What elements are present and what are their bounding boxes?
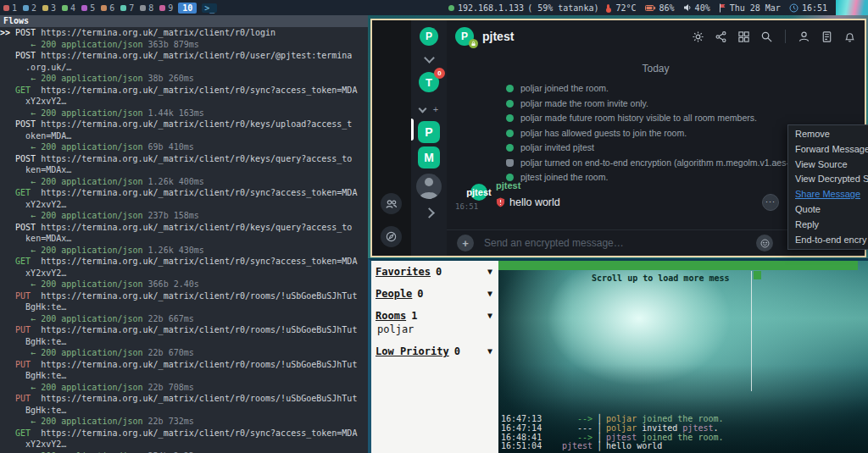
flow-method: POST: [15, 27, 41, 39]
network-ip: 192.168.1.133: [458, 3, 524, 13]
rail-avatar-t[interactable]: T 0: [419, 72, 439, 92]
user-menu-avatar[interactable]: P: [420, 27, 438, 46]
flow-row[interactable]: POSThttps://termina.org.uk/_matrix/clien…: [0, 153, 368, 188]
flow-url: https://termina.org.uk/_matrix/client/r0…: [41, 325, 357, 334]
flow-size-time: 22b 708ms: [148, 383, 194, 392]
emoji-button[interactable]: [756, 235, 773, 251]
notifications-bell-icon[interactable]: [843, 30, 856, 43]
collapse-triangle-icon[interactable]: [487, 267, 492, 276]
context-menu-item[interactable]: Reply: [788, 218, 868, 233]
workspace-button[interactable]: 6: [101, 3, 114, 13]
roomlist-section-low-priority[interactable]: Low Priority0: [376, 345, 494, 357]
untrusted-shield-icon: [496, 197, 505, 207]
workspace-button[interactable]: 5: [81, 3, 95, 13]
event-avatar-icon: [506, 144, 514, 152]
flow-row[interactable]: GEThttps://termina.org.uk/_matrix/client…: [0, 256, 368, 290]
flow-method: POST: [15, 153, 41, 165]
roomlist-section-favorites[interactable]: Favorites0: [376, 266, 494, 278]
roomlist-section-rooms[interactable]: Rooms1 poljar: [376, 310, 494, 335]
context-menu-item[interactable]: Remove: [788, 127, 868, 142]
collapse-triangle-icon[interactable]: [487, 311, 492, 320]
workspace-button[interactable]: 8: [140, 3, 153, 13]
context-menu-item[interactable]: Forward Message: [788, 142, 868, 157]
collapse-triangle-icon[interactable]: [487, 346, 492, 356]
message-input[interactable]: [482, 236, 715, 250]
settings-gear-icon[interactable]: [692, 30, 704, 43]
rail-avatar-p-selected[interactable]: P: [418, 121, 440, 143]
context-menu-item[interactable]: Share Message: [788, 187, 868, 202]
flow-row[interactable]: POSThttps://termina.org.uk/_matrix/clien…: [0, 119, 368, 153]
flow-row[interactable]: GEThttps://termina.org.uk/_matrix/client…: [0, 85, 368, 119]
chevron-down-icon[interactable]: [418, 104, 426, 113]
scrollback-notice: Scroll up to load more mess: [592, 273, 730, 283]
workspace-active[interactable]: 10: [178, 3, 197, 14]
explore-button[interactable]: [381, 226, 402, 247]
message-sender[interactable]: pjtest: [496, 180, 520, 191]
workspace-button[interactable]: 2: [23, 3, 36, 13]
flow-method: POST: [15, 119, 41, 130]
flow-response: ← 200 application/json: [31, 383, 142, 392]
flow-row[interactable]: POSThttps://termina.org.uk/_matrix/clien…: [0, 222, 368, 257]
context-menu-item[interactable]: End-to-end encry: [788, 233, 868, 248]
column-separator: [597, 424, 602, 434]
user-photo-avatar[interactable]: [416, 174, 442, 199]
workspace-button[interactable]: 3: [42, 3, 56, 13]
workspace-button[interactable]: 9: [159, 3, 173, 13]
search-icon[interactable]: [760, 30, 773, 43]
flow-row[interactable]: POSThttps://termina.org.uk/_matrix/clien…: [0, 50, 368, 85]
flow-row[interactable]: PUThttps://termina.org.uk/_matrix/client…: [0, 290, 368, 325]
message-text: hello world: [509, 196, 560, 208]
upload-icon[interactable]: [457, 235, 474, 251]
flow-row[interactable]: >>POSThttps://termina.org.uk/_matrix/cli…: [0, 27, 368, 50]
flow-size-time: 237b 158ms: [148, 211, 199, 220]
sender-avatar[interactable]: pjtest: [470, 184, 487, 201]
flow-url: https://termina.org.uk/_matrix/client/r0…: [41, 51, 352, 60]
context-menu-item[interactable]: Quote: [788, 202, 868, 218]
message-timestamp: 16:51: [455, 202, 478, 211]
timeline-event: poljar has allowed guests to join the ro…: [506, 126, 818, 141]
share-icon[interactable]: [715, 30, 727, 43]
apps-grid-icon[interactable]: [737, 30, 750, 43]
event-avatar-icon: [506, 159, 514, 167]
flow-row[interactable]: PUThttps://termina.org.uk/_matrix/client…: [0, 393, 368, 428]
flow-response: ← 200 application/json: [31, 142, 142, 152]
message-options-button[interactable]: [762, 194, 779, 211]
collapse-triangle-icon[interactable]: [487, 289, 492, 298]
network-detail: ( 59% tatanka): [527, 3, 598, 13]
flow-row[interactable]: PUThttps://termina.org.uk/_matrix/client…: [0, 324, 368, 359]
mitmproxy-terminal[interactable]: Flows >>POSThttps://termina.org.uk/_matr…: [0, 15, 368, 453]
chevron-down-icon[interactable]: [424, 52, 435, 64]
workspace-button[interactable]: 7: [120, 3, 134, 13]
flow-method: PUT: [15, 290, 41, 302]
room-avatar[interactable]: P: [455, 27, 474, 46]
people-button[interactable]: [381, 193, 402, 214]
flow-row[interactable]: GEThttps://termina.org.uk/_matrix/client…: [0, 428, 368, 453]
chevron-right-icon[interactable]: [424, 207, 435, 218]
context-menu-item[interactable]: View Decrypted S: [788, 172, 868, 187]
room-list-item[interactable]: poljar: [376, 323, 494, 335]
chat-line: 16:47:14---poljar invited pjtest.: [501, 424, 868, 434]
chat-line: 16:51:04pjtesthello world: [501, 442, 868, 451]
date-indicator: Thu 28 Mar: [719, 3, 781, 13]
files-icon[interactable]: [821, 30, 833, 43]
header-divider: [785, 30, 786, 43]
flow-size-time: 69b 410ms: [148, 142, 194, 152]
workspace-icon: [23, 5, 29, 11]
flow-row[interactable]: PUThttps://termina.org.uk/_matrix/client…: [0, 359, 368, 394]
workspace-icon: [101, 5, 107, 11]
flow-url: https://termina.org.uk/_matrix/client/r0…: [41, 28, 275, 37]
chat-terminal[interactable]: Scroll up to load more mess 16:47:13-->p…: [498, 261, 868, 453]
pane-separator: [751, 271, 752, 391]
members-icon[interactable]: [798, 30, 810, 43]
flow-url-continuation: xY2xvY2…: [25, 200, 66, 209]
add-room-icon[interactable]: [433, 101, 438, 116]
rail-avatar-m[interactable]: M: [418, 146, 440, 168]
workspace-button[interactable]: 1: [3, 3, 17, 13]
context-menu-item[interactable]: View Source: [788, 157, 868, 173]
flow-row[interactable]: GEThttps://termina.org.uk/_matrix/client…: [0, 187, 368, 222]
roomlist-section-people[interactable]: People0: [376, 288, 494, 300]
workspace-button[interactable]: 4: [62, 3, 75, 13]
flow-response: ← 200 application/json: [31, 417, 142, 426]
flow-size-time: 1.26k 400ms: [148, 177, 204, 186]
event-text: poljar turned on end-to-end encryption (…: [520, 156, 814, 171]
